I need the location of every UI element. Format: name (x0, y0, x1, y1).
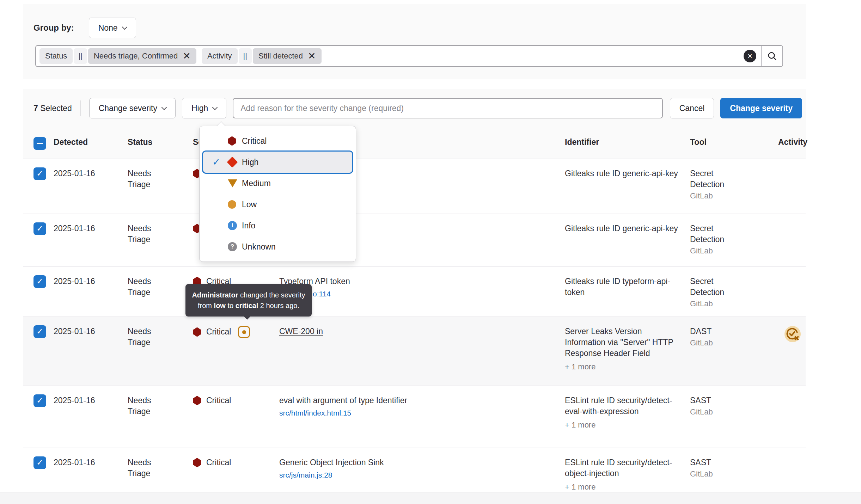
detected-date: 2025-01-16 (54, 224, 95, 233)
tool-vendor: GitLab (690, 407, 778, 417)
severity-value-dropdown[interactable]: High (182, 98, 226, 118)
select-all-checkbox-indeterminate[interactable] (33, 137, 46, 150)
search-button[interactable] (761, 46, 782, 66)
chevron-down-icon (161, 104, 167, 110)
severity-info-icon: i (228, 221, 237, 230)
remove-token-icon[interactable]: ✕ (308, 51, 316, 61)
filter-value-label: Still detected (258, 51, 303, 61)
tool-name: SAST (690, 457, 732, 468)
table-row: ✓ 2025-01-16 Needs Triage Critical Gitle… (23, 159, 806, 214)
detected-date: 2025-01-16 (54, 169, 95, 178)
row-checkbox[interactable]: ✓ (33, 167, 46, 180)
severity-unknown-icon: ? (228, 242, 237, 251)
tool-name: SAST (690, 395, 732, 406)
identifier-text: Gitleaks rule ID generic-api-key (565, 223, 681, 234)
selected-count: 7 Selected (33, 104, 72, 113)
severity-option-label: Info (242, 221, 255, 231)
filters-section: Group by: None Status || Needs triage, C… (23, 4, 806, 79)
change-severity-dropdown[interactable]: Change severity (89, 98, 176, 118)
row-checkbox[interactable]: ✓ (33, 325, 46, 338)
severity-label: Critical (206, 326, 231, 337)
vulnerability-report-section: 7 Selected Change severity High Cancel C… (23, 89, 806, 493)
severity-option[interactable]: ? Unknown (203, 236, 352, 257)
filter-value-status[interactable]: Needs triage, Confirmed ✕ (88, 48, 196, 64)
severity-option[interactable]: ✓ High (203, 152, 352, 173)
filter-token-status[interactable]: Status (39, 48, 73, 64)
file-location-link[interactable]: src/js/main.js:28 (279, 470, 332, 480)
severity-dropdown-menu: Critical ✓ High Medium Low i Info ? Unkn… (199, 126, 356, 262)
severity-option[interactable]: Medium (203, 173, 352, 194)
cancel-button[interactable]: Cancel (670, 98, 714, 118)
status-label: Needs Triage (128, 395, 161, 417)
row-checkbox[interactable]: ✓ (33, 275, 46, 288)
file-location-link[interactable]: o:114 (313, 289, 331, 299)
filter-operator[interactable]: || (239, 48, 252, 64)
identifier-more-text[interactable]: + 1 more (565, 420, 690, 430)
severity-reason-input[interactable] (233, 98, 662, 118)
detected-date: 2025-01-16 (54, 277, 95, 286)
detected-date: 2025-01-16 (54, 458, 95, 467)
filter-token-activity[interactable]: Activity (202, 48, 238, 64)
severity-label: Critical (206, 395, 231, 406)
chevron-down-icon (122, 24, 127, 30)
change-severity-submit-button[interactable]: Change severity (720, 98, 802, 118)
table-row: ✓ 2025-01-16 Needs Triage Critical eval … (23, 386, 806, 448)
detected-date: 2025-01-16 (54, 327, 95, 336)
severity-critical-icon (228, 136, 236, 146)
status-label: Needs Triage (128, 457, 161, 479)
identifier-text: Server Leaks Version Information via "Se… (565, 326, 681, 359)
identifier-more-text[interactable]: + 1 more (565, 362, 690, 372)
check-icon: ✓ (212, 156, 228, 168)
filter-operator[interactable]: || (74, 48, 87, 64)
still-detected-activity-icon[interactable] (784, 326, 801, 342)
change-severity-label: Change severity (99, 104, 157, 113)
file-location-link[interactable]: src/html/index.html:15 (279, 408, 351, 418)
filter-tokens: Status || Needs triage, Confirmed ✕ Acti… (36, 48, 744, 64)
severity-option-label: Critical (242, 136, 267, 146)
vulnerability-title-link[interactable]: eval with argument of type Identifier (279, 396, 407, 405)
tool-name: Secret Detection (690, 223, 732, 245)
header-detected[interactable]: Detected (54, 128, 128, 159)
severity-critical-icon (193, 327, 201, 337)
filter-value-label: Needs triage, Confirmed (94, 51, 178, 61)
filtered-search-bar[interactable]: Status || Needs triage, Confirmed ✕ Acti… (35, 45, 783, 67)
identifier-more-text[interactable]: + 1 more (565, 482, 690, 492)
vulnerability-title-link[interactable]: CWE-200 in (279, 327, 323, 336)
table-row: ✓ 2025-01-16 Needs Triage Critical Gener… (23, 448, 806, 493)
severity-high-icon (227, 156, 238, 167)
header-identifier: Identifier (565, 128, 690, 159)
group-by-label: Group by: (33, 23, 74, 33)
row-checkbox[interactable]: ✓ (33, 394, 46, 407)
header-activity: Activity (778, 128, 806, 159)
severity-option[interactable]: i Info (203, 215, 352, 236)
detected-date: 2025-01-16 (54, 396, 95, 405)
row-checkbox[interactable]: ✓ (33, 456, 46, 469)
indeterminate-dash-icon (37, 143, 43, 144)
severity-critical-icon (193, 396, 201, 405)
filter-value-activity[interactable]: Still detected ✕ (253, 48, 322, 64)
search-icon (767, 51, 777, 61)
tool-name: Secret Detection (690, 276, 732, 298)
header-status: Status (128, 128, 193, 159)
tool-vendor: GitLab (690, 338, 778, 348)
status-label: Needs Triage (128, 168, 161, 190)
next-section-strip (0, 492, 861, 504)
tool-vendor: GitLab (690, 191, 778, 201)
severity-override-icon[interactable] (238, 326, 250, 338)
severity-change-tooltip: Administrator changed the severity from … (185, 284, 312, 316)
divider (80, 100, 81, 116)
identifier-text: ESLint rule ID security/detect-object-in… (565, 457, 681, 479)
status-label: Needs Triage (128, 223, 161, 245)
group-by-dropdown[interactable]: None (89, 18, 136, 38)
severity-option[interactable]: Critical (203, 130, 352, 152)
remove-token-icon[interactable]: ✕ (183, 51, 191, 61)
row-checkbox[interactable]: ✓ (33, 222, 46, 235)
tool-vendor: GitLab (690, 299, 778, 309)
severity-value-label: High (191, 104, 208, 113)
table-row: ✓ 2025-01-16 Needs Triage Critical CWE-2… (23, 316, 806, 386)
clear-filters-icon[interactable]: × (744, 50, 756, 62)
tooltip-arrow-icon (243, 316, 251, 320)
vulnerability-title-link[interactable]: Generic Object Injection Sink (279, 458, 384, 467)
severity-label: Critical (206, 457, 231, 468)
severity-option[interactable]: Low (203, 194, 352, 215)
